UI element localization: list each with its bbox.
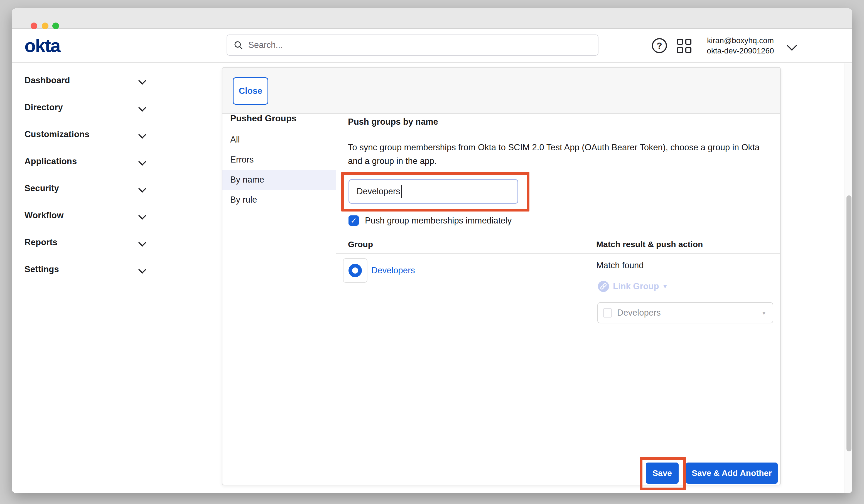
link-group-label: Link Group [613,281,659,291]
pushed-groups-title: Pushed Groups [230,112,297,124]
window-titlebar [12,8,852,29]
column-header-group: Group [348,238,373,251]
link-icon [598,281,609,292]
group-name-link[interactable]: Developers [371,264,415,277]
account-menu[interactable]: kiran@boxyhq.com okta-dev-20901260 [701,35,779,56]
chevron-down-icon [138,239,146,247]
search-icon [233,40,243,50]
nav-item-by-name[interactable]: By name [223,170,336,190]
group-placeholder-icon [603,308,612,317]
chevron-down-icon [138,131,146,139]
search-input[interactable] [248,40,592,50]
page-title: Push groups by name [348,116,438,128]
sidebar-item-workflow[interactable]: Workflow [12,202,157,229]
save-add-another-button[interactable]: Save & Add Another [686,463,778,484]
push-groups-dialog: Close Pushed Groups All Errors By name B… [222,67,781,485]
text-cursor [401,185,402,198]
match-status-text: Match found [596,260,644,272]
scrollbar-track[interactable] [844,63,852,493]
nav-item-errors[interactable]: Errors [223,150,336,170]
account-chevron-down-icon[interactable] [787,41,797,51]
group-icon [348,264,362,277]
table-header-divider [336,253,780,254]
sidebar-item-dashboard[interactable]: Dashboard [12,67,157,94]
chevron-down-icon [138,77,146,85]
group-name-input[interactable]: Developers [348,179,518,204]
close-button[interactable]: Close [233,77,268,105]
account-email: kiran@boxyhq.com [701,35,779,46]
app-group-select[interactable]: Developers ▾ [597,302,773,323]
caret-down-icon: ▾ [663,283,667,290]
close-window-button[interactable] [31,23,37,29]
sidebar-item-directory[interactable]: Directory [12,94,157,121]
account-org: okta-dev-20901260 [701,46,779,56]
nav-item-all[interactable]: All [223,130,336,150]
scrollbar-thumb[interactable] [847,195,851,452]
chevron-down-icon [138,185,146,193]
link-group-dropdown[interactable]: Link Group ▾ [598,280,667,292]
sidebar-nav: Dashboard Directory Customizations Appli… [12,63,157,493]
selected-app-group: Developers [617,308,763,318]
nav-item-by-rule[interactable]: By rule [223,190,336,210]
save-button[interactable]: Save [646,463,679,484]
search-box[interactable] [227,35,598,56]
row-divider [336,327,780,327]
chevron-down-icon [138,266,146,274]
chevron-down-icon [138,212,146,219]
sidebar-item-settings[interactable]: Settings [12,256,157,283]
sidebar-item-security[interactable]: Security [12,175,157,202]
okta-logo: okta [24,35,60,57]
minimize-window-button[interactable] [42,23,48,29]
sidebar-item-reports[interactable]: Reports [12,229,157,256]
browser-window: okta kiran@boxyhq.com okta-dev-20901260 [12,8,852,493]
push-immediately-checkbox[interactable] [348,215,359,226]
help-icon[interactable] [652,38,667,53]
sidebar-item-applications[interactable]: Applications [12,148,157,175]
column-header-match-result: Match result & push action [596,238,703,251]
footer-divider [336,459,780,459]
description-text: To sync group memberships from Okta to S… [348,141,763,168]
sidebar-item-customizations[interactable]: Customizations [12,121,157,148]
chevron-down-icon [138,158,146,166]
zoom-window-button[interactable] [52,23,59,29]
app-header: okta kiran@boxyhq.com okta-dev-20901260 [12,29,852,63]
chevron-down-icon [138,104,146,111]
table-top-divider [336,234,780,234]
dialog-toolbar: Close [223,68,780,114]
apps-grid-icon[interactable] [677,39,692,53]
dialog-nav-divider [336,114,336,485]
push-immediately-label: Push group memberships immediately [365,215,512,227]
group-icon-tile [343,258,368,283]
desktop: okta kiran@boxyhq.com okta-dev-20901260 [0,0,864,504]
select-caret-icon: ▾ [763,310,766,316]
